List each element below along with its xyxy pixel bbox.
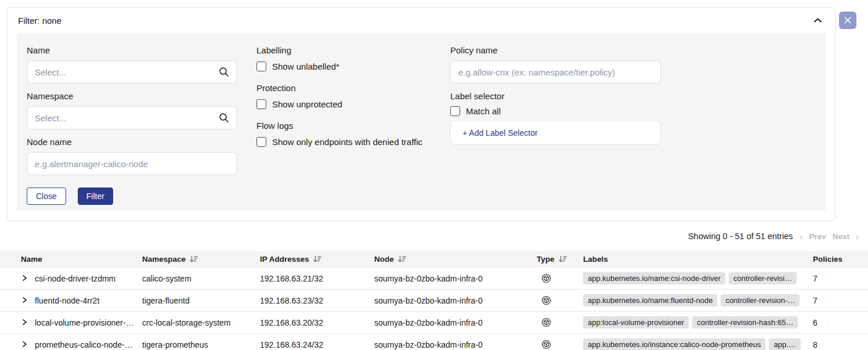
column-header-policies: Policies	[806, 255, 868, 264]
label-chip[interactable]: controller-revision-hash:65…	[692, 316, 798, 329]
policy-name-field-label: Policy name	[450, 45, 661, 55]
namespace-select-input[interactable]	[35, 113, 219, 123]
name-select-field[interactable]	[27, 60, 237, 84]
column-header-namespace[interactable]: Namespace	[142, 255, 260, 264]
search-icon	[219, 113, 229, 123]
label-selector-heading: Label selector	[450, 91, 661, 101]
sort-icon[interactable]	[313, 255, 321, 263]
endpoint-name[interactable]: csi-node-driver-tzdmm	[35, 274, 142, 283]
sort-icon[interactable]	[190, 255, 198, 263]
filter-card-header: Filter: none	[8, 8, 835, 33]
label-chip[interactable]: app.…	[769, 338, 800, 350]
endpoint-namespace: tigera-fluentd	[142, 296, 260, 305]
endpoint-name[interactable]: local-volume-provisioner-…	[35, 318, 142, 327]
show-unlabelled-checkbox[interactable]	[256, 62, 266, 71]
namespace-select-field[interactable]	[27, 106, 237, 129]
chevron-right-icon	[21, 274, 28, 283]
column-header-labels: Labels	[583, 255, 806, 264]
table-row: csi-node-driver-tzdmm calico-system 192.…	[0, 268, 868, 290]
endpoint-policies-count: 7	[806, 274, 868, 283]
endpoint-node: soumya-bz-0zbo-kadm-infra-0	[374, 274, 537, 283]
show-unprotected-label[interactable]: Show unprotected	[272, 99, 342, 109]
name-field-label: Name	[27, 45, 237, 55]
sort-icon[interactable]	[398, 255, 406, 263]
denied-traffic-checkbox[interactable]	[256, 137, 266, 147]
endpoint-labels: app.kubernetes.io/instance:calico-node-p…	[583, 338, 806, 350]
prev-page-link[interactable]: Prev	[809, 232, 826, 241]
prev-page-chevron-icon[interactable]: ‹	[800, 232, 802, 241]
expand-row-button[interactable]	[21, 274, 35, 283]
show-unlabelled-label[interactable]: Show unlabelled*	[272, 62, 339, 71]
match-all-label[interactable]: Match all	[466, 106, 501, 116]
sort-icon[interactable]	[559, 255, 567, 263]
endpoint-labels: app.kubernetes.io/name:fluentd-node cont…	[583, 294, 806, 306]
endpoint-policies-count: 8	[806, 340, 868, 349]
close-button[interactable]: Close	[27, 187, 66, 205]
column-header-name[interactable]: Name	[21, 255, 142, 264]
entries-summary: Showing 0 - 51 of 51 entries	[688, 232, 793, 241]
expand-row-button[interactable]	[21, 296, 35, 305]
table-header-row: Name Namespace IP Addresses Node Type	[0, 251, 868, 268]
column-header-node[interactable]: Node	[374, 255, 537, 264]
protection-heading: Protection	[256, 83, 448, 93]
node-name-input[interactable]	[35, 159, 229, 169]
chevron-right-icon	[21, 340, 28, 349]
endpoint-ip: 192.168.63.23/32	[260, 296, 374, 305]
column-header-type[interactable]: Type	[537, 255, 583, 264]
chevron-right-icon	[21, 296, 28, 305]
node-name-field-label: Node name	[27, 137, 237, 147]
endpoint-ip: 192.168.63.20/32	[260, 318, 374, 327]
expand-row-button[interactable]	[21, 340, 35, 349]
search-icon	[219, 67, 229, 77]
policy-name-field[interactable]	[450, 60, 661, 84]
flow-logs-heading: Flow logs	[256, 121, 448, 131]
chevron-right-icon	[21, 318, 28, 327]
endpoint-policies-count: 6	[806, 318, 868, 327]
pod-type-icon	[537, 317, 583, 327]
table-row: prometheus-calico-node-… tigera-promethe…	[0, 334, 868, 350]
endpoint-policies-count: 7	[806, 296, 868, 305]
namespace-field-label: Namespace	[27, 91, 237, 101]
name-select-input[interactable]	[35, 67, 219, 77]
next-page-chevron-icon[interactable]: ›	[856, 232, 859, 241]
endpoints-table: Name Namespace IP Addresses Node Type	[0, 251, 868, 350]
endpoint-ip: 192.168.63.21/32	[260, 274, 374, 283]
pod-type-icon	[537, 340, 583, 349]
endpoint-namespace: tigera-prometheus	[142, 340, 260, 349]
endpoint-name[interactable]: fluentd-node-4rr2t	[35, 296, 142, 305]
add-label-selector-button[interactable]: + Add Label Selector	[450, 121, 661, 145]
label-chip[interactable]: app.kubernetes.io/name:fluentd-node	[583, 294, 717, 306]
node-name-field[interactable]	[27, 152, 237, 175]
endpoint-node: soumya-bz-0zbo-kadm-infra-0	[374, 296, 537, 305]
match-all-checkbox[interactable]	[450, 106, 460, 116]
label-chip[interactable]: controller-revisi…	[729, 272, 797, 284]
endpoint-ip: 192.168.63.24/32	[260, 340, 374, 349]
endpoint-name[interactable]: prometheus-calico-node-…	[35, 340, 142, 349]
expand-row-button[interactable]	[21, 318, 35, 327]
endpoint-namespace: calico-system	[142, 274, 260, 283]
label-chip[interactable]: controller-revision-…	[721, 294, 800, 306]
collapse-filter-button[interactable]	[811, 15, 824, 26]
pod-type-icon	[537, 295, 583, 305]
denied-traffic-label[interactable]: Show only endpoints with denied traffic	[272, 137, 422, 147]
endpoint-labels: app.kubernetes.io/name:csi-node-driver c…	[583, 272, 806, 284]
labelling-heading: Labelling	[256, 45, 448, 55]
next-page-link[interactable]: Next	[833, 232, 849, 241]
show-unprotected-checkbox[interactable]	[256, 99, 266, 109]
dismiss-panel-button[interactable]	[839, 12, 856, 29]
label-chip[interactable]: app.kubernetes.io/instance:calico-node-p…	[583, 338, 765, 350]
chevron-up-icon	[813, 17, 822, 23]
filter-card: Filter: none Name Namespace	[7, 7, 836, 221]
endpoint-node: soumya-bz-0zbo-kadm-infra-0	[374, 318, 537, 327]
filter-button[interactable]: Filter	[78, 187, 113, 205]
table-row: fluentd-node-4rr2t tigera-fluentd 192.16…	[0, 290, 868, 312]
policy-name-input[interactable]	[458, 67, 653, 77]
label-chip[interactable]: app:local-volume-provisioner	[583, 316, 689, 329]
label-chip[interactable]: app.kubernetes.io/name:csi-node-driver	[583, 272, 725, 284]
pod-type-icon	[537, 273, 583, 283]
filter-form-panel: Name Namespace Node name Close Filt	[17, 33, 826, 211]
table-row: local-volume-provisioner-… crc-local-sto…	[0, 312, 868, 334]
column-header-ip-addresses[interactable]: IP Addresses	[260, 255, 374, 264]
filter-title: Filter: none	[18, 16, 62, 26]
close-icon	[844, 17, 851, 24]
